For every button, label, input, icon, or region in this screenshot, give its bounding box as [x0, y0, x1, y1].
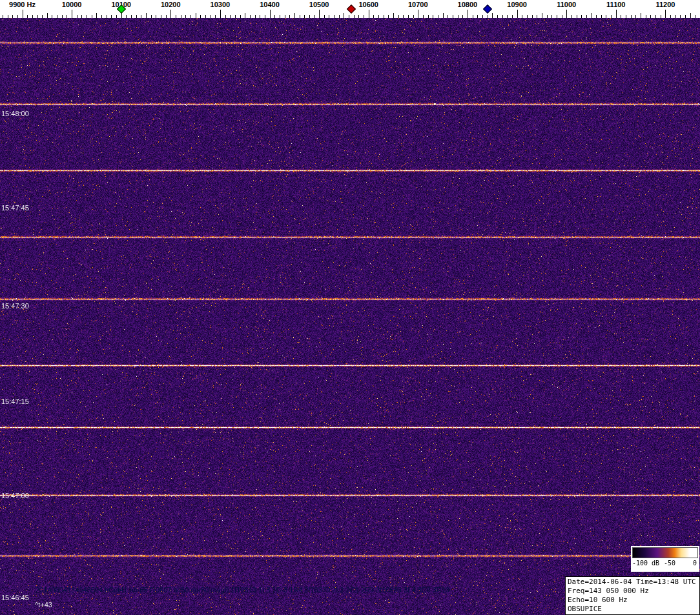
spectrogram-canvas[interactable]: [0, 18, 700, 615]
ruler-label: 10000: [62, 1, 82, 8]
ruler-tick: [294, 13, 295, 18]
info-frequency: Freq=143 050 000 Hz: [568, 587, 697, 596]
ruler-tick: [245, 13, 245, 18]
ruler-tick: [23, 10, 23, 18]
legend-mid-label: -50: [664, 560, 675, 567]
color-gradient-bar: [632, 547, 698, 558]
ruler-label: 10200: [161, 1, 181, 8]
legend-max-label: 0: [693, 560, 697, 567]
ruler-label: 10300: [211, 1, 231, 8]
legend-labels: -100 dB -50 0: [632, 558, 698, 568]
ruler-label: 10800: [458, 1, 478, 8]
frequency-ruler[interactable]: 9900 Hz100001010010200103001040010500106…: [0, 0, 700, 18]
ruler-tick: [344, 13, 344, 18]
ruler-label: 11000: [557, 1, 576, 8]
time-label: 15:47:15: [1, 398, 29, 405]
ruler-label: 10700: [408, 1, 428, 8]
legend-min-label: -100 dB: [632, 560, 659, 567]
spectrum-waterfall-window: 9900 Hz100001010010200103001040010500106…: [0, 0, 700, 615]
ruler-tick: [443, 13, 444, 18]
ruler-label: 11100: [606, 1, 625, 8]
ruler-label: 10900: [507, 1, 527, 8]
waterfall-area[interactable]: 20140604134643504 hCnt41 nb-85 f10607 hi…: [0, 18, 700, 615]
ruler-tick: [542, 13, 542, 18]
marker-blue[interactable]: [483, 5, 492, 14]
ruler-label: 10400: [260, 1, 280, 8]
ruler-label: 11200: [655, 1, 675, 8]
status-line: 20140604134643504 hCnt41 nb-85 f10607 hi…: [36, 586, 449, 594]
time-label: 15:47:00: [1, 492, 29, 499]
ruler-tick: [220, 10, 221, 18]
time-label: 15:47:45: [1, 204, 29, 212]
info-station: OBSUPICE: [568, 605, 697, 614]
ruler-tick: [72, 10, 72, 18]
ruler-tick: [492, 13, 493, 18]
ruler-tick: [468, 10, 468, 18]
ruler-tick: [146, 13, 147, 18]
ruler-tick: [96, 13, 97, 18]
ruler-label: 9900 Hz: [9, 1, 36, 8]
ruler-tick: [592, 13, 592, 18]
time-label: 15:46:45: [1, 594, 29, 601]
cursor-note: ^t+43: [35, 601, 52, 609]
time-label: 15:47:30: [1, 302, 29, 310]
info-echo: Echo=10 600 Hz: [568, 596, 697, 605]
marker-red[interactable]: [347, 5, 356, 14]
ruler-tick: [170, 10, 171, 18]
ruler-tick: [566, 10, 567, 18]
ruler-tick: [517, 10, 518, 18]
time-label: 15:48:00: [1, 110, 29, 117]
ruler-tick: [196, 13, 196, 18]
ruler-tick: [616, 10, 617, 18]
ruler-label: 10500: [309, 1, 329, 8]
ruler-label: 10600: [358, 1, 378, 8]
ruler-tick: [665, 10, 666, 18]
ruler-tick: [319, 10, 320, 18]
ruler-tick: [369, 10, 369, 18]
ruler-tick: [690, 13, 691, 18]
color-scale-legend: -100 dB -50 0: [631, 546, 699, 572]
info-date-time: Date=2014-06-04 Time=13:48 UTC: [568, 578, 697, 587]
ruler-tick: [418, 10, 418, 18]
ruler-tick: [270, 10, 271, 18]
ruler-tick: [47, 13, 48, 18]
ruler-tick: [393, 13, 394, 18]
ruler-tick: [641, 13, 641, 18]
observation-info-box: Date=2014-06-04 Time=13:48 UTC Freq=143 …: [565, 576, 700, 615]
